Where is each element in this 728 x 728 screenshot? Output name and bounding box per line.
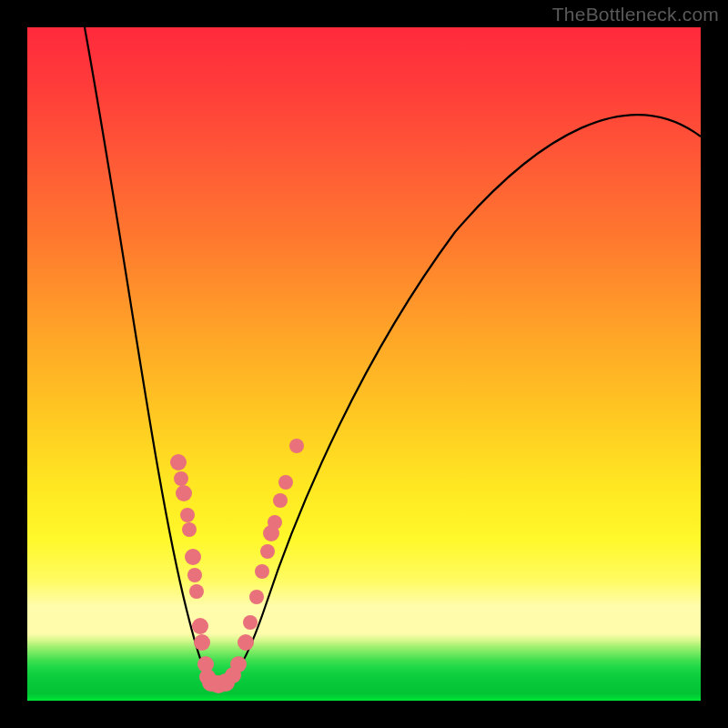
- data-point: [268, 515, 282, 530]
- data-point: [192, 618, 208, 634]
- data-point: [238, 634, 254, 651]
- plot-area: [27, 27, 701, 701]
- curve-svg: [27, 27, 701, 701]
- chart-frame: TheBottleneck.com: [0, 0, 728, 728]
- data-point: [255, 564, 269, 579]
- bottleneck-curve: [85, 27, 701, 684]
- data-point: [230, 656, 247, 672]
- data-point: [243, 615, 258, 630]
- data-point: [260, 544, 275, 559]
- data-point: [176, 485, 192, 501]
- data-point: [273, 493, 288, 508]
- watermark-text: TheBottleneck.com: [552, 4, 719, 25]
- data-point: [249, 590, 264, 604]
- data-point: [194, 634, 210, 651]
- data-point: [289, 439, 304, 453]
- data-point: [187, 568, 202, 582]
- data-points: [170, 439, 304, 693]
- data-point: [278, 475, 293, 490]
- data-point: [182, 522, 197, 537]
- data-point: [189, 584, 204, 599]
- data-point: [185, 549, 201, 565]
- data-point: [170, 454, 187, 470]
- data-point: [174, 471, 188, 486]
- data-point: [180, 508, 195, 522]
